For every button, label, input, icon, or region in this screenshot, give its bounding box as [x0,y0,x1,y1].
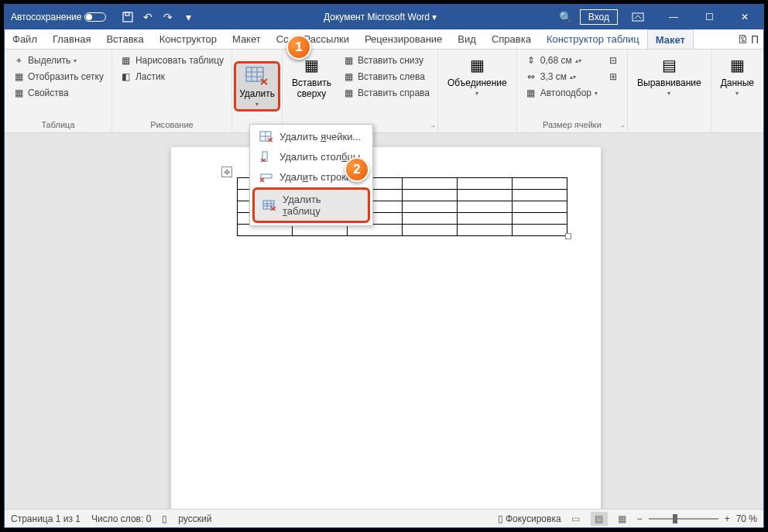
cmd-delete-label: Удалить [239,88,275,99]
tab-review[interactable]: Рецензирование [357,29,450,49]
view-read-icon[interactable]: ▭ [567,512,585,526]
zoom-level[interactable]: 70 % [736,513,757,524]
group-drawing: ▦Нарисовать таблицу ◧Ластик Рисование [112,50,232,132]
document-area: ✥ [5,133,763,509]
group-merge: ▦ Объединение ▾ [438,50,517,132]
undo-icon[interactable]: ↶ [139,8,157,26]
cmd-distribute-cols[interactable]: ⊞ [604,69,622,84]
document-title: Документ Microsoft Word ▾ [204,12,556,22]
cmd-data[interactable]: ▦ Данные ▾ [716,53,759,120]
tab-insert[interactable]: Вставка [98,29,151,49]
insert-below-icon: ▦ [342,54,355,67]
cmd-insert-left[interactable]: ▦Вставить слева [339,69,433,84]
focus-label: Фокусировка [506,513,561,524]
autosave-label: Автосохранение [11,12,81,22]
focus-mode[interactable]: ▯ Фокусировка [498,513,561,524]
cmd-insert-above-label: Вставить сверху [292,77,331,99]
ribbon-options-icon[interactable] [622,5,653,29]
cmd-select[interactable]: ⌖Выделить ▾ [9,53,107,68]
cmd-draw-label: Нарисовать таблицу [135,55,224,66]
maximize-icon[interactable]: ☐ [694,5,725,29]
redo-icon[interactable]: ↷ [159,8,177,26]
cmd-eraser[interactable]: ◧Ластик [117,69,227,84]
menu-delete-table-label: Удалить таблицу [283,194,360,217]
close-icon[interactable]: ✕ [729,5,760,29]
tab-table-designer[interactable]: Конструктор таблиц [539,29,647,49]
tab-file[interactable]: Файл [5,29,45,49]
cmd-draw-table[interactable]: ▦Нарисовать таблицу [117,53,227,68]
qat-customize-icon[interactable]: ▾ [179,8,197,26]
comments-icon[interactable]: П [751,33,759,46]
cmd-gridlines[interactable]: ▦Отобразить сетку [9,69,107,84]
view-print-icon[interactable]: ▤ [591,512,608,526]
callout-badge-2: 2 [345,157,369,182]
tab-overflow[interactable]: 🖻 П [737,33,763,46]
cmd-gridlines-label: Отобразить сетку [28,71,104,82]
autosave-toggle[interactable]: Автосохранение [5,12,112,22]
callout-badge-1: 1 [286,35,311,60]
properties-icon: ▦ [12,87,25,99]
insert-left-icon: ▦ [342,70,355,83]
cmd-data-label: Данные [721,77,754,88]
group-data: ▦ Данные ▾ [711,50,763,132]
proofing-icon[interactable]: ▯ [162,513,167,524]
zoom-in-icon[interactable]: + [725,513,730,524]
cursor-icon: ⌖ [12,54,25,67]
cmd-insert-right[interactable]: ▦Вставить справа [339,85,433,101]
tab-layout[interactable]: Макет [225,29,269,49]
delete-rows-icon [259,170,273,183]
tab-view[interactable]: Вид [450,29,484,49]
status-page[interactable]: Страница 1 из 1 [11,513,81,524]
cmd-merge[interactable]: ▦ Объединение ▾ [443,53,512,120]
group-cell-size: ⇕0,68 см ▴▾ ⇔3,3 см ▴▾ ▦Автоподбор ▾ ⊟ ⊞… [517,50,628,132]
distribute-rows-icon: ⊟ [607,54,619,67]
cmd-eraser-label: Ластик [135,71,165,82]
group-cell-size-label[interactable]: Размер ячейки [522,120,622,129]
svg-rect-2 [633,13,643,21]
menu-delete-table[interactable]: Удалить таблицу [252,187,370,223]
save-icon[interactable] [118,8,137,26]
group-merge-spacer [443,120,512,129]
cmd-properties-label: Свойства [28,88,69,98]
tab-home[interactable]: Главная [45,29,98,49]
cmd-row-height[interactable]: ⇕0,68 см ▴▾ [522,53,601,68]
insert-right-icon: ▦ [342,87,355,99]
view-web-icon[interactable]: ▦ [614,512,631,526]
ribbon: ⌖Выделить ▾ ▦Отобразить сетку ▦Свойства … [5,50,763,133]
cmd-col-width[interactable]: ⇔3,3 см ▴▾ [522,69,601,84]
toggle-switch-icon[interactable] [84,12,106,22]
group-drawing-label: Рисование [117,120,227,129]
svg-rect-0 [123,12,132,22]
login-button[interactable]: Вход [580,9,618,25]
minimize-icon[interactable]: — [658,5,689,29]
status-word-count[interactable]: Число слов: 0 [91,513,151,524]
cmd-insert-below[interactable]: ▦Вставить снизу [339,53,433,68]
cmd-delete[interactable]: Удалить ▾ [234,61,280,112]
tab-help[interactable]: Справка [484,29,539,49]
grid-icon: ▦ [12,70,25,83]
cmd-distribute-rows[interactable]: ⊟ [604,53,622,68]
status-language[interactable]: русский [178,513,211,524]
table-resize-handle-icon[interactable] [565,233,571,239]
menu-delete-cells[interactable]: Удалить ячейки... [252,126,371,146]
quick-access-toolbar: ↶ ↷ ▾ [112,8,204,26]
draw-table-icon: ▦ [120,54,132,67]
svg-rect-3 [246,67,263,81]
title-bar: Автосохранение ↶ ↷ ▾ Документ Microsoft … [5,5,763,29]
cmd-insert-below-label: Вставить снизу [358,55,423,66]
ribbon-tabs: Файл Главная Вставка Конструктор Макет С… [5,29,763,50]
cmd-insert-above[interactable]: ▦ Вставить сверху [287,53,336,120]
svg-rect-1 [125,12,129,15]
cmd-autofit[interactable]: ▦Автоподбор ▾ [522,85,601,101]
cmd-properties[interactable]: ▦Свойства [9,85,107,101]
zoom-out-icon[interactable]: − [637,513,643,524]
table-move-handle-icon[interactable]: ✥ [221,166,232,177]
cmd-alignment[interactable]: ▤ Выравнивание ▾ [633,53,706,120]
svg-rect-18 [261,174,272,178]
tab-table-layout[interactable]: Макет [647,29,694,49]
share-icon[interactable]: 🖻 [737,33,748,46]
tab-designer[interactable]: Конструктор [152,29,225,49]
cmd-merge-label: Объединение [447,77,507,88]
search-icon[interactable]: 🔍 [557,8,575,26]
zoom-slider[interactable] [649,518,718,520]
